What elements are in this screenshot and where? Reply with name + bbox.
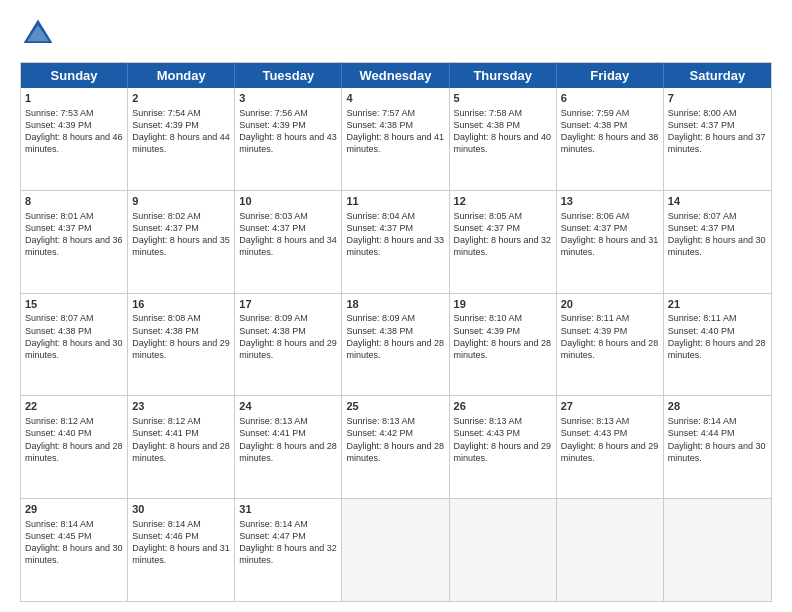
day-number: 2 [132,91,230,106]
daylight-info: Daylight: 8 hours and 37 minutes. [668,132,766,154]
daylight-info: Daylight: 8 hours and 29 minutes. [239,338,337,360]
sunset-info: Sunset: 4:38 PM [25,326,92,336]
calendar-header-day: Saturday [664,63,771,88]
calendar-day-cell: 26Sunrise: 8:13 AMSunset: 4:43 PMDayligh… [450,396,557,498]
sunset-info: Sunset: 4:42 PM [346,428,413,438]
sunrise-info: Sunrise: 8:01 AM [25,211,94,221]
calendar-day-cell: 20Sunrise: 8:11 AMSunset: 4:39 PMDayligh… [557,294,664,396]
day-number: 16 [132,297,230,312]
sunset-info: Sunset: 4:39 PM [239,120,306,130]
sunrise-info: Sunrise: 8:12 AM [132,416,201,426]
calendar-day-cell: 5Sunrise: 7:58 AMSunset: 4:38 PMDaylight… [450,88,557,190]
day-number: 24 [239,399,337,414]
calendar-week-row: 8Sunrise: 8:01 AMSunset: 4:37 PMDaylight… [21,190,771,293]
calendar-day-cell: 24Sunrise: 8:13 AMSunset: 4:41 PMDayligh… [235,396,342,498]
calendar-header: SundayMondayTuesdayWednesdayThursdayFrid… [21,63,771,88]
daylight-info: Daylight: 8 hours and 28 minutes. [454,338,552,360]
calendar-header-day: Sunday [21,63,128,88]
calendar-header-day: Thursday [450,63,557,88]
daylight-info: Daylight: 8 hours and 31 minutes. [561,235,659,257]
logo [20,16,60,52]
day-number: 14 [668,194,767,209]
daylight-info: Daylight: 8 hours and 28 minutes. [561,338,659,360]
sunset-info: Sunset: 4:43 PM [561,428,628,438]
day-number: 17 [239,297,337,312]
sunrise-info: Sunrise: 7:56 AM [239,108,308,118]
day-number: 4 [346,91,444,106]
day-number: 29 [25,502,123,517]
daylight-info: Daylight: 8 hours and 30 minutes. [668,235,766,257]
day-number: 13 [561,194,659,209]
sunset-info: Sunset: 4:38 PM [346,120,413,130]
sunset-info: Sunset: 4:37 PM [668,223,735,233]
daylight-info: Daylight: 8 hours and 36 minutes. [25,235,123,257]
header [20,16,772,52]
day-number: 21 [668,297,767,312]
day-number: 6 [561,91,659,106]
day-number: 5 [454,91,552,106]
sunrise-info: Sunrise: 8:11 AM [561,313,630,323]
day-number: 25 [346,399,444,414]
sunset-info: Sunset: 4:43 PM [454,428,521,438]
sunrise-info: Sunrise: 8:12 AM [25,416,94,426]
calendar-header-day: Tuesday [235,63,342,88]
sunset-info: Sunset: 4:39 PM [454,326,521,336]
calendar-day-cell: 13Sunrise: 8:06 AMSunset: 4:37 PMDayligh… [557,191,664,293]
calendar-day-cell: 15Sunrise: 8:07 AMSunset: 4:38 PMDayligh… [21,294,128,396]
daylight-info: Daylight: 8 hours and 38 minutes. [561,132,659,154]
sunrise-info: Sunrise: 7:59 AM [561,108,630,118]
daylight-info: Daylight: 8 hours and 28 minutes. [346,441,444,463]
sunset-info: Sunset: 4:38 PM [346,326,413,336]
sunset-info: Sunset: 4:45 PM [25,531,92,541]
day-number: 15 [25,297,123,312]
day-number: 27 [561,399,659,414]
calendar-header-day: Friday [557,63,664,88]
sunset-info: Sunset: 4:37 PM [25,223,92,233]
daylight-info: Daylight: 8 hours and 30 minutes. [25,543,123,565]
sunrise-info: Sunrise: 8:14 AM [668,416,737,426]
sunset-info: Sunset: 4:39 PM [561,326,628,336]
calendar-day-cell: 18Sunrise: 8:09 AMSunset: 4:38 PMDayligh… [342,294,449,396]
calendar-day-cell: 6Sunrise: 7:59 AMSunset: 4:38 PMDaylight… [557,88,664,190]
calendar-day-cell: 1Sunrise: 7:53 AMSunset: 4:39 PMDaylight… [21,88,128,190]
calendar-body: 1Sunrise: 7:53 AMSunset: 4:39 PMDaylight… [21,88,771,601]
day-number: 28 [668,399,767,414]
sunrise-info: Sunrise: 8:08 AM [132,313,201,323]
daylight-info: Daylight: 8 hours and 40 minutes. [454,132,552,154]
sunset-info: Sunset: 4:37 PM [561,223,628,233]
sunset-info: Sunset: 4:38 PM [561,120,628,130]
daylight-info: Daylight: 8 hours and 44 minutes. [132,132,230,154]
sunset-info: Sunset: 4:38 PM [239,326,306,336]
daylight-info: Daylight: 8 hours and 29 minutes. [132,338,230,360]
calendar-day-cell: 14Sunrise: 8:07 AMSunset: 4:37 PMDayligh… [664,191,771,293]
sunrise-info: Sunrise: 8:14 AM [25,519,94,529]
calendar-day-cell: 11Sunrise: 8:04 AMSunset: 4:37 PMDayligh… [342,191,449,293]
sunset-info: Sunset: 4:46 PM [132,531,199,541]
calendar-day-cell: 28Sunrise: 8:14 AMSunset: 4:44 PMDayligh… [664,396,771,498]
daylight-info: Daylight: 8 hours and 30 minutes. [25,338,123,360]
sunrise-info: Sunrise: 8:00 AM [668,108,737,118]
sunrise-info: Sunrise: 7:58 AM [454,108,523,118]
daylight-info: Daylight: 8 hours and 34 minutes. [239,235,337,257]
calendar-day-cell: 31Sunrise: 8:14 AMSunset: 4:47 PMDayligh… [235,499,342,601]
sunrise-info: Sunrise: 8:03 AM [239,211,308,221]
day-number: 20 [561,297,659,312]
sunrise-info: Sunrise: 8:07 AM [25,313,94,323]
day-number: 22 [25,399,123,414]
calendar-day-cell: 23Sunrise: 8:12 AMSunset: 4:41 PMDayligh… [128,396,235,498]
sunset-info: Sunset: 4:38 PM [454,120,521,130]
daylight-info: Daylight: 8 hours and 28 minutes. [25,441,123,463]
sunset-info: Sunset: 4:40 PM [668,326,735,336]
sunset-info: Sunset: 4:38 PM [132,326,199,336]
day-number: 9 [132,194,230,209]
calendar-week-row: 15Sunrise: 8:07 AMSunset: 4:38 PMDayligh… [21,293,771,396]
sunrise-info: Sunrise: 8:02 AM [132,211,201,221]
daylight-info: Daylight: 8 hours and 30 minutes. [668,441,766,463]
day-number: 26 [454,399,552,414]
sunrise-info: Sunrise: 8:13 AM [454,416,523,426]
calendar-day-cell: 22Sunrise: 8:12 AMSunset: 4:40 PMDayligh… [21,396,128,498]
daylight-info: Daylight: 8 hours and 29 minutes. [454,441,552,463]
sunset-info: Sunset: 4:37 PM [454,223,521,233]
daylight-info: Daylight: 8 hours and 35 minutes. [132,235,230,257]
sunrise-info: Sunrise: 8:05 AM [454,211,523,221]
